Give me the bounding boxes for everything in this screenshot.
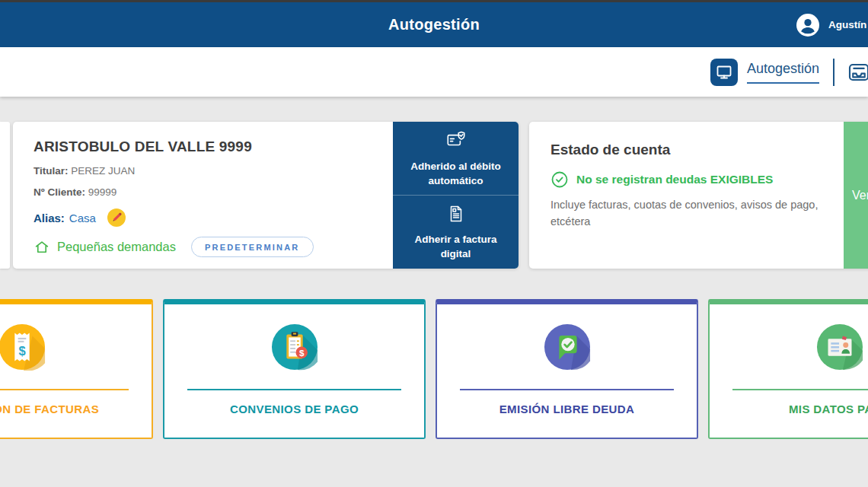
clipboard-money-icon: $	[164, 304, 424, 389]
check-circle-icon	[550, 170, 569, 189]
impresion-facturas-card[interactable]: $ IMPRESIÓN DE FACTURAS	[0, 299, 153, 439]
client-number-value: 99999	[88, 186, 117, 198]
tariff-category-label: Pequeñas demandas	[57, 240, 176, 254]
predeterminar-button[interactable]: PREDETERMINAR	[191, 237, 314, 257]
alias-label: Alias:	[34, 212, 65, 224]
ver-estado-button[interactable]: Ver	[844, 122, 868, 269]
previous-card-edge[interactable]	[0, 122, 10, 269]
page-title: Autogestión	[0, 2, 868, 47]
holder-value: PEREZ JUAN	[71, 165, 135, 177]
emision-libre-deuda-label: EMISIÓN LIBRE DEUDA	[437, 390, 697, 438]
holder-label: Titular:	[34, 165, 69, 177]
alias-value: Casa	[69, 212, 96, 224]
bubble-check-icon	[437, 304, 697, 389]
secondary-navbar: Autogestión	[0, 47, 868, 97]
estado-title: Estado de cuenta	[550, 142, 828, 158]
estado-description: Incluye facturas, cuotas de convenios, a…	[550, 196, 828, 231]
factura-digital-label: Adherir a factura digital	[402, 233, 509, 260]
account-holder-row: Titular: PEREZ JUAN	[34, 165, 379, 177]
estado-status-row: No se registran deudas EXIGIBLES	[550, 170, 828, 189]
convenios-pago-label: CONVENIOS DE PAGO	[164, 390, 424, 438]
receipt-icon: $	[0, 304, 152, 389]
tariff-category: Pequeñas demandas	[34, 239, 176, 256]
account-info: ARISTOBULO DEL VALLE 9999 Titular: PEREZ…	[13, 122, 393, 269]
account-address: ARISTOBULO DEL VALLE 9999	[34, 138, 379, 155]
user-menu[interactable]: Agustín	[796, 2, 866, 47]
inbox-icon[interactable]	[847, 60, 868, 84]
home-icon	[34, 239, 50, 256]
factura-digital-action[interactable]: Adherir a factura digital	[393, 195, 519, 269]
tab-autogestion-label: Autogestión	[747, 61, 819, 84]
tab-autogestion[interactable]: Autogestión	[710, 59, 819, 86]
account-actions-panel: Adherido al débito automático Adherir a …	[393, 122, 519, 269]
svg-text:$: $	[18, 343, 25, 357]
client-number-row: Nº Cliente: 99999	[34, 186, 379, 198]
user-name: Agustín	[828, 19, 866, 30]
client-number-label: Nº Cliente:	[34, 186, 85, 198]
impresion-facturas-label: IMPRESIÓN DE FACTURAS	[0, 390, 152, 438]
monitor-icon	[710, 59, 738, 86]
estado-status-message: No se registran deudas EXIGIBLES	[576, 173, 773, 186]
id-card-icon	[710, 304, 868, 389]
debito-automatico-label: Adherido al débito automático	[402, 160, 509, 187]
estado-de-cuenta-card: Estado de cuenta No se registran deudas …	[529, 122, 868, 269]
account-bottom-row: Pequeñas demandas PREDETERMINAR	[34, 237, 379, 257]
mis-datos-card[interactable]: MIS DATOS PARA	[708, 299, 868, 439]
nav-divider	[833, 59, 834, 86]
estado-info: Estado de cuenta No se registran deudas …	[529, 122, 844, 269]
mis-datos-label: MIS DATOS PARA	[710, 390, 868, 438]
svg-text:$: $	[298, 348, 304, 358]
app-header: Autogestión Agustín	[0, 2, 868, 47]
card-shield-check-icon	[445, 129, 468, 154]
account-card: ARISTOBULO DEL VALLE 9999 Titular: PEREZ…	[13, 122, 519, 269]
invoice-document-icon	[445, 203, 467, 228]
alias-row: Alias: Casa	[34, 208, 379, 228]
emision-libre-deuda-card[interactable]: EMISIÓN LIBRE DEUDA	[436, 299, 698, 439]
quick-actions-row: $ IMPRESIÓN DE FACTURAS $	[0, 299, 868, 439]
account-icon	[796, 14, 819, 37]
debito-automatico-action[interactable]: Adherido al débito automático	[393, 122, 519, 195]
convenios-pago-card[interactable]: $ CONVENIOS DE PAGO	[163, 299, 426, 439]
edit-alias-pencil-icon[interactable]	[107, 208, 126, 228]
